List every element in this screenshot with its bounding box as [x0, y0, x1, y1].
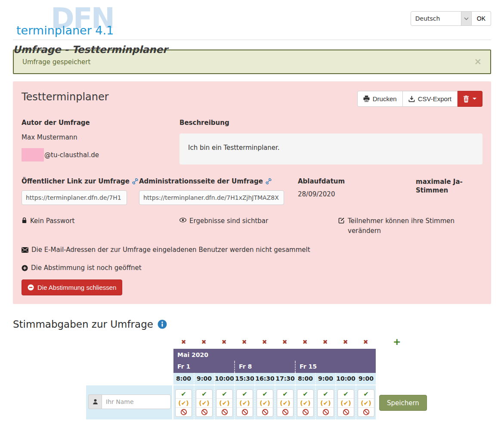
vote-no-option[interactable] [297, 407, 313, 416]
month-header: Mai 2020 [173, 349, 376, 361]
delete-column-icon[interactable]: ✖ [275, 338, 295, 345]
delete-poll-dropdown-button[interactable] [458, 91, 482, 107]
password-feature: Kein Passwort [22, 216, 179, 236]
app-logo: DFN terminplaner 4.1 [13, 9, 133, 38]
envelope-icon [22, 247, 28, 253]
vote-yes-option[interactable]: ✔ [358, 390, 374, 398]
vote-maybe-option[interactable]: (✔) [176, 398, 192, 407]
vote-maybe-option[interactable]: (✔) [216, 398, 232, 407]
vote-yes-option[interactable]: ✔ [257, 390, 273, 398]
vote-yes-option[interactable]: ✔ [338, 390, 354, 398]
vote-no-option[interactable] [237, 407, 253, 416]
name-cell [86, 385, 172, 419]
delete-column-icon[interactable]: ✖ [254, 338, 275, 345]
vote-yes-option[interactable]: ✔ [237, 390, 253, 398]
vote-yes-option[interactable]: ✔ [277, 390, 293, 398]
expiry-date: 28/09/2020 [298, 190, 416, 198]
vote-no-option[interactable] [358, 407, 374, 416]
emails-feature: Die E-Mail-Adressen der zur Umfrage eing… [22, 246, 482, 254]
info-icon[interactable] [158, 320, 167, 329]
vote-column: ✔ (✔) [214, 385, 234, 419]
admin-link-input[interactable]: https://terminplaner.dfn.de/7H1xZjhJTMAZ… [139, 190, 284, 205]
time-header-cell: 9:00 [356, 373, 376, 385]
language-select[interactable]: Deutsch [411, 11, 472, 26]
poll-actions: Drucken CSV-Export [357, 91, 482, 107]
vote-no-option[interactable] [277, 407, 293, 416]
language-ok-button[interactable]: OK [472, 11, 491, 26]
delete-column-icon[interactable]: ✖ [173, 338, 194, 345]
delete-column-icon[interactable]: ✖ [356, 338, 376, 345]
vote-column: ✔ (✔) [173, 385, 194, 419]
public-link-input[interactable]: https://terminplaner.dfn.de/7H1 [22, 190, 127, 205]
vote-maybe-option[interactable]: (✔) [257, 398, 273, 407]
vote-no-option[interactable] [338, 407, 354, 416]
time-header-cell: 9:00 [194, 373, 214, 385]
delete-row-cells: ✖✖✖✖✖✖✖✖✖✖ [173, 338, 376, 345]
ban-icon [262, 409, 269, 416]
vote-yes-option[interactable]: ✔ [196, 390, 212, 398]
edit-icon [338, 217, 345, 223]
link-icon[interactable] [132, 178, 138, 184]
vote-no-option[interactable] [257, 407, 273, 416]
vote-no-option[interactable] [176, 407, 192, 416]
alert-close-icon[interactable]: × [474, 57, 482, 66]
vote-yes-option[interactable]: ✔ [216, 390, 232, 398]
vote-no-option[interactable] [216, 407, 232, 416]
add-column-button[interactable]: + [393, 337, 401, 347]
csv-export-button[interactable]: CSV-Export [403, 91, 458, 107]
link-icon[interactable] [266, 178, 272, 184]
save-button[interactable]: Speichern [379, 395, 427, 411]
public-link-block: Öffentlicher Link zur Umfrage https://te… [22, 177, 139, 205]
delete-row: ✖✖✖✖✖✖✖✖✖✖ + [173, 337, 491, 347]
vote-maybe-option[interactable]: (✔) [318, 398, 334, 407]
ban-icon [221, 409, 228, 416]
print-button[interactable]: Drucken [357, 91, 403, 107]
author-email: @tu-clausthal.de [22, 148, 179, 161]
time-header-cell: 10:00 [335, 373, 356, 385]
vote-maybe-option[interactable]: (✔) [277, 398, 293, 407]
vote-columns: ✔ (✔) ✔ (✔) ✔ (✔) [173, 385, 376, 419]
results-visible-label: Ergebnisse sind sichtbar [189, 216, 268, 226]
chevron-down-icon [461, 12, 471, 25]
download-icon [408, 96, 415, 102]
time-header-row: 8:009:0010:0015:3016:3017:308:009:0010:0… [173, 373, 376, 385]
public-link-label: Öffentlicher Link zur Umfrage [22, 177, 130, 185]
ban-icon [343, 409, 349, 416]
vote-maybe-option[interactable]: (✔) [237, 398, 253, 407]
print-button-label: Drucken [373, 95, 397, 102]
delete-column-icon[interactable]: ✖ [214, 338, 234, 345]
vote-maybe-option[interactable]: (✔) [297, 398, 313, 407]
vote-column: ✔ (✔) [254, 385, 275, 419]
name-input[interactable] [102, 394, 171, 409]
vote-yes-option[interactable]: ✔ [176, 390, 192, 398]
language-selector-group: Deutsch OK [411, 11, 491, 26]
vote-yes-option[interactable]: ✔ [297, 390, 313, 398]
lock-icon [22, 217, 27, 223]
time-header-cell: 15:30 [234, 373, 254, 385]
delete-column-icon[interactable]: ✖ [234, 338, 254, 345]
time-header-cell: 8:00 [295, 373, 315, 385]
close-poll-button[interactable]: Die Abstimmung schliessen [22, 279, 122, 295]
delete-column-icon[interactable]: ✖ [194, 338, 214, 345]
poll-title: Testterminplaner [22, 91, 109, 103]
expiry-block: Ablaufdatum 28/09/2020 [298, 177, 416, 205]
vote-maybe-option[interactable]: (✔) [358, 398, 374, 407]
vote-column: ✔ (✔) [335, 385, 356, 419]
vote-no-option[interactable] [318, 407, 334, 416]
vote-maybe-option[interactable]: (✔) [196, 398, 212, 407]
day-header-cell: Fr 15 [295, 361, 376, 373]
delete-column-icon[interactable]: ✖ [315, 338, 335, 345]
delete-column-icon[interactable]: ✖ [335, 338, 356, 345]
email-redacted-block [22, 148, 44, 161]
vote-maybe-option[interactable]: (✔) [338, 398, 354, 407]
description-box: Ich bin ein Testterminplaner. [179, 133, 482, 164]
results-visible-feature: Ergebnisse sind sichtbar [179, 216, 338, 236]
time-header-cell: 9:00 [315, 373, 335, 385]
language-select-value: Deutsch [415, 15, 461, 22]
delete-column-icon[interactable]: ✖ [295, 338, 315, 345]
vote-yes-option[interactable]: ✔ [318, 390, 334, 398]
vote-column: ✔ (✔) [275, 385, 295, 419]
day-header-row: Fr 1Fr 8Fr 15 [173, 361, 376, 373]
vote-no-option[interactable] [196, 407, 212, 416]
author-email-suffix: @tu-clausthal.de [44, 151, 99, 159]
